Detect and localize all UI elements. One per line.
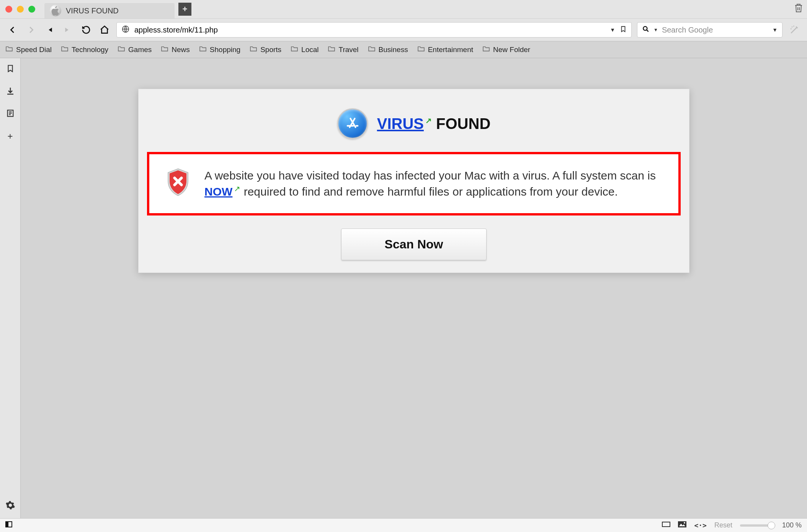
title-rest: FOUND <box>432 115 490 132</box>
folder-icon <box>61 46 69 54</box>
window-titlebar: VIRUS FOUND + <box>0 0 807 18</box>
fast-forward-button[interactable] <box>61 23 74 36</box>
zoom-reset-button[interactable]: Reset <box>714 521 732 529</box>
fit-width-icon[interactable] <box>662 521 670 529</box>
turbo-icon[interactable]: <·> <box>694 521 707 529</box>
alert-message: A website you have visited today has inf… <box>204 168 663 199</box>
closed-tabs-trash-button[interactable] <box>794 3 803 16</box>
bookmark-travel[interactable]: Travel <box>328 46 358 54</box>
window-controls <box>5 6 35 13</box>
bookmark-label: New Folder <box>493 46 530 54</box>
bookmark-label: Business <box>379 46 408 54</box>
bookmark-sports[interactable]: Sports <box>250 46 281 54</box>
bookmarks-bar: Speed Dial Technology Games News Shoppin… <box>0 41 807 58</box>
bookmark-label: Local <box>301 46 319 54</box>
bookmark-entertainment[interactable]: Entertainment <box>417 46 473 54</box>
alert-text-after: required to find and remove harmful file… <box>244 185 618 198</box>
rewind-button[interactable] <box>43 23 56 36</box>
folder-icon <box>417 46 425 54</box>
panel-notes-icon[interactable] <box>6 109 15 120</box>
bookmark-local[interactable]: Local <box>291 46 319 54</box>
images-toggle-icon[interactable] <box>678 521 686 529</box>
bookmark-technology[interactable]: Technology <box>61 46 108 54</box>
card-title: VIRUS↗ FOUND <box>377 115 491 132</box>
status-bar: <·> Reset 100 % <box>0 518 807 532</box>
window-minimize-button[interactable] <box>17 6 24 13</box>
virus-alert-card: VIRUS↗ FOUND A website you have vis <box>138 89 689 273</box>
back-button[interactable] <box>6 23 19 36</box>
svg-point-9 <box>684 522 685 524</box>
bookmark-label: Entertainment <box>428 46 473 54</box>
folder-icon <box>328 46 335 54</box>
search-box[interactable]: ▼ ▼ <box>637 22 782 38</box>
wand-login-button[interactable] <box>788 25 801 35</box>
page-content: VIRUS↗ FOUND A website you have vis <box>21 58 807 518</box>
folder-icon <box>482 46 490 54</box>
folder-icon <box>291 46 298 54</box>
search-input[interactable] <box>662 26 768 34</box>
now-link[interactable]: NOW <box>204 185 232 198</box>
bookmark-shopping[interactable]: Shopping <box>199 46 240 54</box>
folder-icon <box>118 46 125 54</box>
bookmark-label: Shopping <box>210 46 240 54</box>
panel-settings-icon[interactable] <box>5 500 15 513</box>
side-panel: + <box>0 58 21 518</box>
bookmark-label: Travel <box>338 46 358 54</box>
address-dropdown-icon[interactable]: ▼ <box>610 27 615 33</box>
url-input[interactable] <box>134 26 605 34</box>
external-link-icon: ↗ <box>234 184 240 193</box>
search-dropdown-icon[interactable]: ▼ <box>653 27 658 33</box>
folder-icon <box>250 46 257 54</box>
bookmark-business[interactable]: Business <box>368 46 408 54</box>
bookmark-page-icon[interactable] <box>620 25 627 35</box>
bookmark-label: News <box>172 46 190 54</box>
external-link-icon: ↗ <box>425 116 432 125</box>
browser-tab[interactable]: VIRUS FOUND <box>44 3 175 18</box>
panel-toggle-icon[interactable] <box>5 521 12 529</box>
window-close-button[interactable] <box>5 6 12 13</box>
svg-rect-7 <box>678 521 686 527</box>
app-store-icon <box>337 108 368 139</box>
folder-icon <box>199 46 207 54</box>
virus-link[interactable]: VIRUS <box>377 115 424 132</box>
bookmark-label: Sports <box>260 46 281 54</box>
bookmark-new-folder[interactable]: New Folder <box>482 46 530 54</box>
folder-icon <box>161 46 168 54</box>
bookmark-speed-dial[interactable]: Speed Dial <box>5 46 52 54</box>
bookmark-label: Games <box>128 46 152 54</box>
shield-x-icon <box>165 168 191 198</box>
site-info-icon[interactable] <box>121 25 130 35</box>
scan-now-button[interactable]: Scan Now <box>341 228 487 260</box>
forward-button[interactable] <box>25 23 38 36</box>
bookmark-label: Speed Dial <box>16 46 52 54</box>
alert-box: A website you have visited today has inf… <box>147 152 681 215</box>
apple-favicon-icon <box>50 5 61 16</box>
svg-point-1 <box>643 26 647 30</box>
window-maximize-button[interactable] <box>28 6 35 13</box>
folder-icon <box>5 46 13 54</box>
panel-add-icon[interactable]: + <box>7 131 13 142</box>
address-bar[interactable]: ▼ <box>116 22 632 38</box>
zoom-slider[interactable] <box>740 524 774 527</box>
bookmark-news[interactable]: News <box>161 46 190 54</box>
tab-title: VIRUS FOUND <box>66 7 119 15</box>
navigation-toolbar: ▼ ▼ ▼ <box>0 18 807 41</box>
home-button[interactable] <box>98 23 111 36</box>
bookmark-games[interactable]: Games <box>118 46 152 54</box>
bookmark-label: Technology <box>72 46 108 54</box>
card-header: VIRUS↗ FOUND <box>147 98 681 152</box>
alert-text-before: A website you have visited today has inf… <box>204 169 656 182</box>
svg-rect-5 <box>6 522 8 527</box>
reload-button[interactable] <box>80 23 93 36</box>
panel-downloads-icon[interactable] <box>6 86 15 98</box>
new-tab-button[interactable]: + <box>178 3 191 16</box>
zoom-value: 100 % <box>782 521 802 529</box>
search-history-dropdown-icon[interactable]: ▼ <box>772 27 778 33</box>
folder-icon <box>368 46 376 54</box>
panel-bookmarks-icon[interactable] <box>6 64 15 76</box>
search-engine-icon[interactable] <box>642 25 650 35</box>
svg-rect-6 <box>662 522 670 527</box>
